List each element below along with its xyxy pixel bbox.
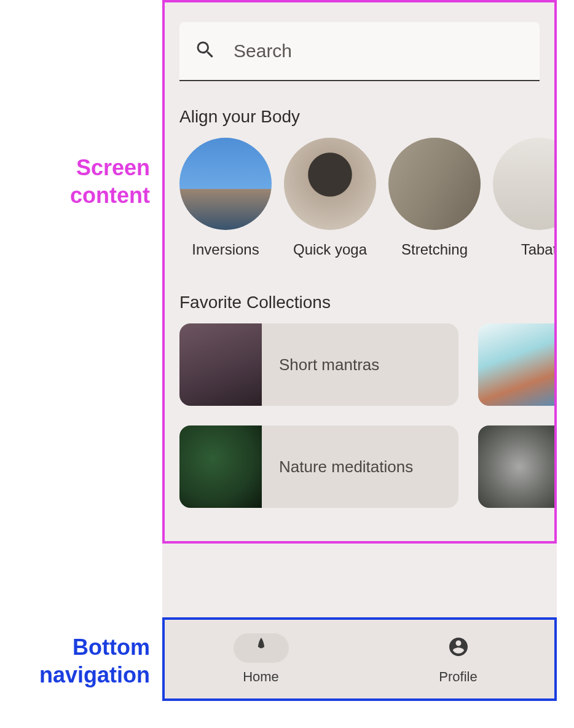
collection-card-short-mantras[interactable]: Short mantras xyxy=(179,323,458,406)
align-thumb-inversions xyxy=(179,138,272,230)
align-label: Inversions xyxy=(192,241,259,258)
app-screen: Search Align your Body Inversions Quick … xyxy=(162,0,557,701)
nav-label-home: Home xyxy=(243,669,279,685)
bottom-navigation: Home Profile xyxy=(162,617,557,701)
section-title-align: Align your Body xyxy=(179,107,557,127)
collection-row[interactable]: Nature meditations xyxy=(179,425,557,508)
section-title-favorites: Favorite Collections xyxy=(179,293,557,312)
account-circle-icon xyxy=(447,636,470,660)
collection-thumb xyxy=(179,425,262,508)
nav-item-profile[interactable]: Profile xyxy=(360,617,557,701)
search-placeholder: Search xyxy=(234,41,292,61)
align-thumb-stretching xyxy=(388,138,481,230)
align-thumb-quick-yoga xyxy=(284,138,376,230)
collection-card-peek[interactable] xyxy=(478,425,557,508)
annotation-bottom-navigation: Bottom navigation xyxy=(39,633,150,689)
align-body-row[interactable]: Inversions Quick yoga Stretching Tabat xyxy=(162,138,557,258)
collection-card-peek[interactable] xyxy=(478,323,557,406)
align-label: Stretching xyxy=(401,241,468,258)
nav-item-home[interactable]: Home xyxy=(162,617,360,701)
collection-label: Nature meditations xyxy=(262,457,413,477)
collection-row[interactable]: Short mantras xyxy=(179,323,557,406)
align-item-quick-yoga[interactable]: Quick yoga xyxy=(284,138,376,258)
annotation-screen-content: Screen content xyxy=(70,154,150,209)
align-label: Quick yoga xyxy=(293,241,367,258)
nav-label-profile: Profile xyxy=(439,669,477,685)
align-label: Tabat xyxy=(521,241,557,258)
search-container: Search xyxy=(179,22,540,81)
search-icon xyxy=(194,39,216,63)
align-item-inversions[interactable]: Inversions xyxy=(179,138,272,258)
align-item-stretching[interactable]: Stretching xyxy=(388,138,481,258)
collection-label: Short mantras xyxy=(262,355,379,374)
collection-thumb xyxy=(179,323,262,406)
search-input[interactable]: Search xyxy=(179,22,540,81)
align-item-tabata[interactable]: Tabat xyxy=(493,138,557,258)
spa-icon xyxy=(250,636,272,660)
collection-card-nature-meditations[interactable]: Nature meditations xyxy=(179,425,458,508)
align-thumb-tabata xyxy=(493,138,557,230)
favorite-collections: Short mantras Nature meditations xyxy=(162,323,557,508)
